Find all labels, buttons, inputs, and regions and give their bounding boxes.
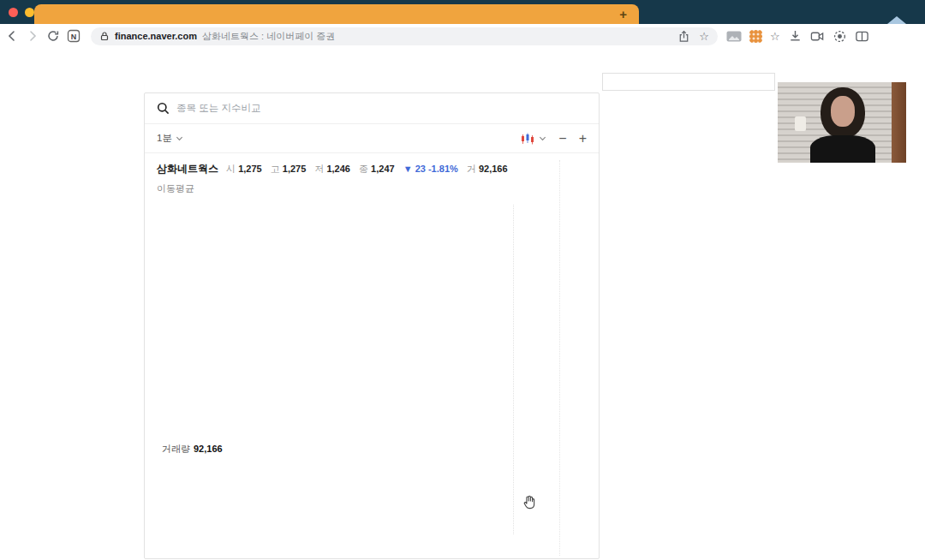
moving-average-legend: 이동평균: [157, 182, 194, 195]
price-axis: [513, 205, 559, 534]
period-row: 1분 − +: [145, 124, 599, 153]
download-icon[interactable]: [788, 29, 803, 44]
favorites-icon[interactable]: ☆: [770, 31, 780, 42]
minute-dropdown[interactable]: 1분: [157, 132, 183, 145]
screenshot-thumbnail-icon[interactable]: [726, 30, 742, 43]
minimize-window-button[interactable]: [25, 8, 34, 17]
bookmarks-bar: [0, 48, 925, 68]
stock-name: 삼화네트웍스: [157, 163, 218, 175]
wood-pillar: [892, 82, 906, 163]
forward-button[interactable]: [26, 29, 46, 43]
wall-card: [795, 116, 806, 131]
address-bar[interactable]: finance.naver.com 삼화네트웍스 : 네이버페이 증권 ☆: [91, 27, 718, 45]
drawing-tools-column: [559, 160, 600, 556]
person-face: [831, 96, 855, 127]
tab-strip: +: [34, 4, 639, 24]
app-window: + N finance.naver.com 삼화네트웍스 : 네이버페이 증권 …: [0, 0, 925, 560]
stock-info-panel: [602, 73, 775, 91]
svg-text:N: N: [71, 33, 77, 41]
zoom-in-button[interactable]: +: [579, 131, 587, 146]
chart-panel: 종목 또는 지수비교 1분 − + 삼화네: [144, 92, 600, 559]
volume-header: 거래량92,166: [162, 443, 223, 456]
record-icon[interactable]: [832, 29, 847, 44]
new-tab-button[interactable]: +: [614, 4, 632, 24]
change-value: ▼ 23 -1.81%: [403, 164, 458, 174]
search-input[interactable]: 종목 또는 지수비교: [176, 102, 580, 115]
share-icon[interactable]: [677, 30, 690, 43]
split-view-icon[interactable]: [855, 29, 869, 44]
back-button[interactable]: [5, 29, 26, 43]
close-window-button[interactable]: [9, 8, 18, 17]
camera-icon[interactable]: [810, 29, 825, 44]
zoom-out-button[interactable]: −: [558, 131, 566, 146]
webcam-overlay: [778, 82, 906, 163]
url-page-title: 삼화네트웍스 : 네이버페이 증권: [202, 30, 335, 43]
bookmark-add-icon[interactable]: ☆: [699, 31, 709, 42]
watchlist-tabs: [604, 319, 775, 338]
notion-app-icon[interactable]: N: [67, 29, 87, 43]
reload-button[interactable]: [46, 29, 67, 43]
finance-page: 종목 또는 지수비교 1분 − + 삼화네: [0, 67, 925, 560]
browser-toolbar: N finance.naver.com 삼화네트웍스 : 네이버페이 증권 ☆ …: [0, 24, 925, 48]
browser-tabbar: +: [0, 0, 925, 24]
toolbar-extensions: ☆: [726, 29, 869, 44]
candle-chart-icon: [521, 133, 534, 145]
stock-ohlc-header: 삼화네트웍스 시 1,275 고 1,275 저 1,246 종 1,247 ▼…: [157, 162, 514, 176]
url-domain: finance.naver.com: [115, 31, 197, 41]
chart-type-dropdown[interactable]: [521, 133, 546, 145]
popover-arrow-icon: [887, 16, 906, 24]
chart-search-row: 종목 또는 지수비교: [145, 93, 599, 124]
lock-icon: [99, 31, 110, 41]
price-chart[interactable]: [145, 205, 510, 526]
watchlist-panel: [604, 319, 775, 560]
person-body: [810, 135, 875, 163]
extensions-grid-icon[interactable]: [749, 30, 762, 43]
hand-cursor-icon: [522, 494, 538, 510]
search-icon: [157, 102, 170, 115]
